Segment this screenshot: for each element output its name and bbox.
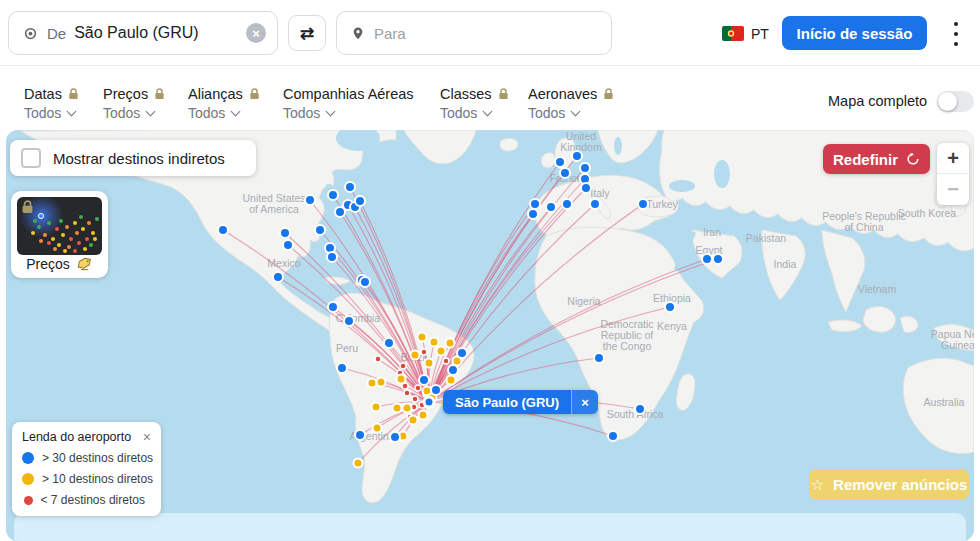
swap-button[interactable]: ⇄: [288, 15, 326, 51]
airport-dot[interactable]: [360, 277, 370, 287]
zoom-in-button[interactable]: +: [937, 143, 969, 174]
minimap-dot: [65, 225, 69, 229]
legend-dot-icon: [24, 496, 33, 505]
airport-dot[interactable]: [315, 225, 325, 235]
airport-dot[interactable]: [437, 347, 446, 356]
refresh-icon: [906, 152, 920, 166]
airport-dot[interactable]: [280, 228, 290, 238]
airport-dot[interactable]: [419, 375, 429, 385]
airport-dot[interactable]: [375, 356, 381, 362]
minimap-dot: [95, 217, 99, 221]
prices-minimap-card[interactable]: Preços: [11, 191, 108, 278]
airport-dot[interactable]: [415, 385, 421, 391]
airport-dot[interactable]: [328, 302, 338, 312]
airport-dot[interactable]: [372, 403, 381, 412]
airport-dot[interactable]: [355, 196, 365, 206]
airport-dot[interactable]: [384, 338, 394, 348]
airport-dot[interactable]: [665, 302, 675, 312]
airport-dot[interactable]: [457, 348, 467, 358]
filter-value-dropdown[interactable]: Todos: [283, 105, 334, 121]
language-selector[interactable]: PT: [751, 26, 769, 42]
airport-dot[interactable]: [283, 240, 293, 250]
tooltip-close-button[interactable]: ×: [571, 390, 598, 414]
lock-icon: [603, 88, 614, 100]
airport-dot[interactable]: [411, 351, 420, 360]
reset-button[interactable]: Redefinir: [823, 144, 930, 174]
airport-dot[interactable]: [337, 363, 347, 373]
airport-dot[interactable]: [447, 376, 456, 385]
airport-dot[interactable]: [448, 365, 458, 375]
filter-value-dropdown[interactable]: Todos: [440, 105, 491, 121]
airport-dot[interactable]: [581, 183, 591, 193]
login-button[interactable]: Início de sessão: [782, 16, 927, 50]
airport-dot[interactable]: [418, 333, 427, 342]
world-map[interactable]: United Statesof AmericaMexicoColombiaPer…: [6, 130, 974, 541]
airport-dot[interactable]: [368, 379, 377, 388]
filter-value-dropdown[interactable]: Todos: [24, 105, 75, 121]
clear-from-button[interactable]: ×: [246, 23, 266, 43]
filter-label: Companhias Aéreas: [283, 86, 414, 102]
airport-dot[interactable]: [572, 151, 582, 161]
legend-close-icon[interactable]: ×: [143, 432, 151, 442]
airport-dot[interactable]: [393, 404, 402, 413]
airport-dot[interactable]: [409, 416, 418, 425]
filter-label: Aeronaves: [528, 86, 614, 102]
airport-dot[interactable]: [555, 157, 565, 167]
from-field[interactable]: De São Paulo (GRU) ×: [8, 11, 278, 55]
airport-dot[interactable]: [528, 209, 538, 219]
prices-minimap-thumbnail: [17, 197, 102, 255]
airport-dot[interactable]: [702, 254, 712, 264]
airport-dot[interactable]: [562, 199, 572, 209]
airport-dot[interactable]: [397, 375, 406, 384]
airport-dot[interactable]: [403, 404, 412, 413]
minimap-dot: [61, 233, 65, 237]
airport-dot[interactable]: [530, 199, 540, 209]
airport-dot[interactable]: [590, 199, 600, 209]
airport-dot[interactable]: [344, 316, 354, 326]
airport-dot[interactable]: [431, 385, 441, 395]
airport-dot[interactable]: [421, 349, 427, 355]
lock-icon: [21, 200, 34, 214]
minimap-dot: [73, 221, 77, 225]
airport-dot[interactable]: [713, 254, 723, 264]
airport-dot[interactable]: [412, 396, 418, 402]
airport-dot[interactable]: [546, 202, 556, 212]
airport-dot[interactable]: [373, 424, 382, 433]
airport-dot[interactable]: [430, 338, 439, 347]
more-menu-button[interactable]: [953, 22, 959, 46]
airport-dot[interactable]: [580, 163, 590, 173]
minimap-origin-dot: [38, 213, 44, 219]
map-label: Pakistan: [746, 232, 786, 244]
airport-dot[interactable]: [273, 272, 283, 282]
remove-ads-button[interactable]: ☆ Remover anúncios: [809, 469, 969, 500]
filter-value-dropdown[interactable]: Todos: [103, 105, 154, 121]
airport-dot[interactable]: [443, 358, 449, 364]
airport-dot[interactable]: [608, 431, 618, 441]
airport-dot[interactable]: [404, 390, 410, 396]
airport-dot[interactable]: [355, 430, 365, 440]
full-map-toggle[interactable]: [937, 91, 974, 112]
origin-airport-marker[interactable]: [424, 397, 434, 407]
airport-dot[interactable]: [354, 459, 363, 468]
airport-dot[interactable]: [345, 182, 355, 192]
airport-dot[interactable]: [390, 432, 400, 442]
airport-dot[interactable]: [400, 363, 406, 369]
airport-dot[interactable]: [377, 378, 386, 387]
airport-dot[interactable]: [446, 339, 455, 348]
to-field[interactable]: Para: [336, 11, 612, 55]
airport-dot[interactable]: [638, 199, 648, 209]
filter-value-dropdown[interactable]: Todos: [528, 105, 579, 121]
airport-dot[interactable]: [594, 353, 604, 363]
airport-dot[interactable]: [218, 225, 228, 235]
zoom-out-button[interactable]: −: [937, 174, 969, 204]
airport-dot[interactable]: [419, 411, 428, 420]
airport-dot[interactable]: [560, 168, 570, 178]
airport-dot[interactable]: [328, 190, 338, 200]
airport-dot[interactable]: [305, 195, 315, 205]
airport-dot[interactable]: [635, 404, 645, 414]
airport-dot[interactable]: [327, 252, 337, 262]
airport-dot[interactable]: [335, 207, 345, 217]
filter-value-dropdown[interactable]: Todos: [188, 105, 239, 121]
indirect-destinations-checkbox[interactable]: [21, 148, 41, 168]
airport-dot[interactable]: [425, 359, 434, 368]
